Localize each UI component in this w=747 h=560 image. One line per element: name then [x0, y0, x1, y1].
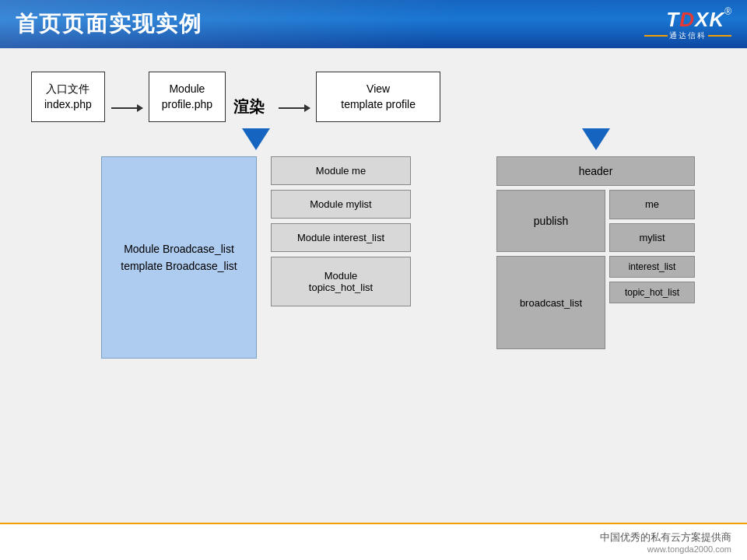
logo-bar-left	[644, 35, 668, 37]
footer-content: 中国优秀的私有云方案提供商 www.tongda2000.com	[600, 530, 731, 554]
module-list: Module me Module mylist Module interest_…	[271, 156, 411, 306]
logo-letter-d: D	[679, 8, 694, 32]
entry-line1: 入口文件	[46, 82, 89, 95]
view-line1: View	[366, 82, 390, 95]
footer-url: www.tongda2000.com	[647, 544, 731, 554]
arrow-line-1	[111, 107, 142, 109]
main-content: 入口文件 index.php Module profile.php 渲染 Vie…	[0, 48, 747, 523]
module-item-mylist: Module mylist	[271, 190, 411, 219]
down-arrow-view-container	[582, 128, 610, 150]
arrow-line-2	[279, 107, 310, 109]
bottom-row: Module Broadcase_list template Broadcase…	[31, 122, 716, 359]
module-large-text: Module Broadcase_list template Broadcase…	[121, 240, 237, 275]
module-line2: profile.php	[162, 98, 212, 110]
entry-section: 入口文件 index.php	[31, 72, 105, 122]
logo-letter-x: X	[695, 8, 708, 32]
trademark-icon: ®	[724, 6, 731, 17]
footer-slogan: 中国优秀的私有云方案提供商	[600, 530, 731, 544]
down-arrow-module-container	[242, 128, 270, 150]
arrow-1	[105, 107, 149, 109]
top-bar: 首页页面实现实例 T D X K ® 通达信科	[0, 0, 747, 48]
down-arrow-view	[582, 128, 610, 150]
logo-chinese: 通达信科	[644, 30, 731, 41]
view-mylist-box: mylist	[609, 223, 695, 253]
view-broadcast-box: broadcast_list	[496, 256, 605, 349]
render-label: 渲染	[226, 96, 272, 117]
down-arrow-module	[242, 128, 270, 150]
entry-line2: index.php	[44, 98, 92, 110]
view-template-box: View template profile	[316, 72, 440, 122]
module-profile-section: Module profile.php	[149, 72, 226, 122]
view-row-publish-me: publish me mylist	[496, 190, 695, 252]
module-profile-box: Module profile.php	[149, 72, 226, 122]
module-lower: Module Broadcase_list template Broadcase…	[101, 156, 411, 359]
module-item-topics: Module topics_hot_list	[271, 257, 411, 306]
view-right-bottom: interest_list topic_hot_list	[609, 256, 695, 349]
view-layout: header publish me mylist	[496, 156, 695, 349]
page-title: 首页页面实现实例	[16, 9, 202, 39]
footer-bar: 中国优秀的私有云方案提供商 www.tongda2000.com	[0, 523, 747, 560]
module-line1: Module	[169, 82, 205, 95]
view-template-section: View template profile	[316, 72, 440, 122]
view-row-broadcast: broadcast_list interest_list topic_hot_l…	[496, 256, 695, 349]
entry-box: 入口文件 index.php	[31, 72, 105, 122]
module-item-interest: Module interest_list	[271, 223, 411, 252]
logo: T D X K ® 通达信科	[644, 8, 731, 41]
view-header-box: header	[496, 156, 695, 186]
module-large-box: Module Broadcase_list template Broadcase…	[101, 156, 257, 359]
module-col: Module Broadcase_list template Broadcase…	[101, 122, 411, 359]
view-interest-box: interest_list	[609, 256, 695, 278]
logo-letter-t: T	[666, 8, 679, 32]
module-item-me: Module me	[271, 156, 411, 185]
view-publish-box: publish	[496, 190, 605, 252]
view-col: header publish me mylist	[496, 122, 695, 349]
view-topic-box: topic_hot_list	[609, 282, 695, 303]
logo-bar-right	[708, 35, 731, 37]
view-right-top: me mylist	[609, 190, 695, 252]
logo-letter-k: K	[709, 8, 724, 32]
view-line2: template profile	[341, 98, 416, 110]
arrow-2	[272, 107, 316, 109]
logo-subtitle: 通达信科	[669, 30, 707, 41]
flow-top-row: 入口文件 index.php Module profile.php 渲染 Vie…	[31, 72, 716, 122]
view-me-box: me	[609, 190, 695, 219]
